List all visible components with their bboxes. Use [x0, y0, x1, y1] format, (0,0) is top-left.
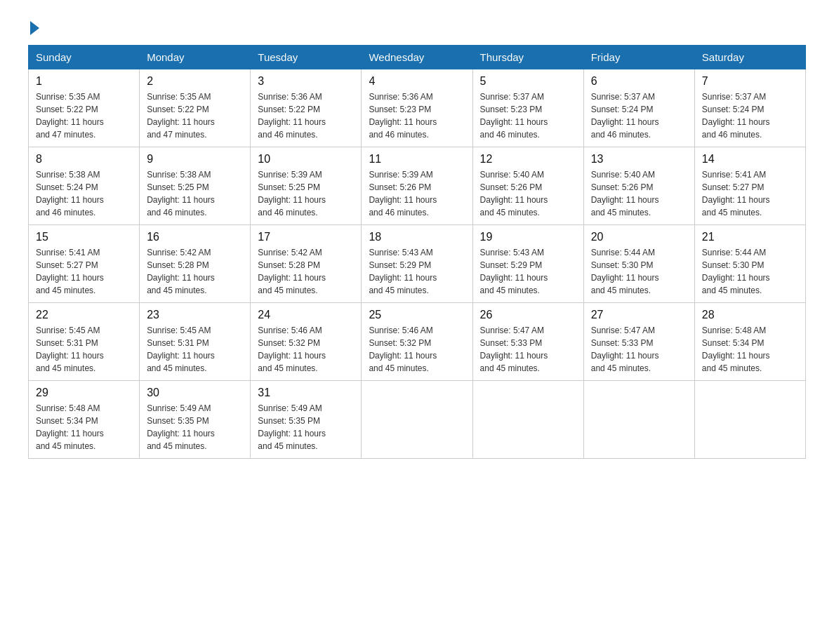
- day-info: Sunrise: 5:42 AM Sunset: 5:28 PM Dayligh…: [147, 246, 243, 297]
- day-number: 24: [258, 309, 354, 321]
- day-number: 7: [702, 75, 798, 88]
- day-info: Sunrise: 5:37 AM Sunset: 5:24 PM Dayligh…: [591, 90, 687, 141]
- day-number: 30: [147, 387, 243, 399]
- day-number: 22: [36, 309, 132, 321]
- calendar-week-row: 29Sunrise: 5:48 AM Sunset: 5:34 PM Dayli…: [29, 381, 806, 459]
- day-number: 19: [480, 231, 576, 243]
- calendar-day-cell: 24Sunrise: 5:46 AM Sunset: 5:32 PM Dayli…: [251, 303, 362, 381]
- calendar-day-cell: 31Sunrise: 5:49 AM Sunset: 5:35 PM Dayli…: [251, 381, 362, 459]
- calendar-empty-cell: [583, 381, 694, 459]
- calendar-header-tuesday: Tuesday: [251, 46, 362, 69]
- calendar-week-row: 8Sunrise: 5:38 AM Sunset: 5:24 PM Daylig…: [29, 147, 806, 225]
- day-number: 6: [591, 75, 687, 88]
- calendar-day-cell: 14Sunrise: 5:41 AM Sunset: 5:27 PM Dayli…: [694, 147, 805, 225]
- calendar-day-cell: 9Sunrise: 5:38 AM Sunset: 5:25 PM Daylig…: [140, 147, 251, 225]
- calendar-header-monday: Monday: [140, 46, 251, 69]
- day-number: 23: [147, 309, 243, 321]
- day-number: 5: [480, 75, 576, 88]
- day-number: 15: [36, 231, 132, 243]
- calendar-day-cell: 8Sunrise: 5:38 AM Sunset: 5:24 PM Daylig…: [29, 147, 140, 225]
- calendar-day-cell: 10Sunrise: 5:39 AM Sunset: 5:25 PM Dayli…: [251, 147, 362, 225]
- calendar-day-cell: 30Sunrise: 5:49 AM Sunset: 5:35 PM Dayli…: [140, 381, 251, 459]
- day-info: Sunrise: 5:41 AM Sunset: 5:27 PM Dayligh…: [702, 168, 798, 219]
- day-number: 29: [36, 387, 132, 399]
- calendar-day-cell: 28Sunrise: 5:48 AM Sunset: 5:34 PM Dayli…: [694, 303, 805, 381]
- calendar-day-cell: 13Sunrise: 5:40 AM Sunset: 5:26 PM Dayli…: [583, 147, 694, 225]
- day-info: Sunrise: 5:42 AM Sunset: 5:28 PM Dayligh…: [258, 246, 354, 297]
- calendar-header-row: SundayMondayTuesdayWednesdayThursdayFrid…: [29, 46, 806, 69]
- calendar-day-cell: 19Sunrise: 5:43 AM Sunset: 5:29 PM Dayli…: [472, 225, 583, 303]
- day-number: 28: [702, 309, 798, 321]
- calendar-day-cell: 1Sunrise: 5:35 AM Sunset: 5:22 PM Daylig…: [29, 69, 140, 147]
- day-info: Sunrise: 5:37 AM Sunset: 5:23 PM Dayligh…: [480, 90, 576, 141]
- day-number: 10: [258, 153, 354, 166]
- calendar-empty-cell: [362, 381, 472, 459]
- calendar-table: SundayMondayTuesdayWednesdayThursdayFrid…: [28, 45, 806, 459]
- day-info: Sunrise: 5:35 AM Sunset: 5:22 PM Dayligh…: [147, 90, 243, 141]
- logo-top: [28, 21, 39, 35]
- day-info: Sunrise: 5:39 AM Sunset: 5:25 PM Dayligh…: [258, 168, 354, 219]
- logo: [28, 21, 39, 31]
- calendar-day-cell: 27Sunrise: 5:47 AM Sunset: 5:33 PM Dayli…: [583, 303, 694, 381]
- day-info: Sunrise: 5:41 AM Sunset: 5:27 PM Dayligh…: [36, 246, 132, 297]
- calendar-day-cell: 6Sunrise: 5:37 AM Sunset: 5:24 PM Daylig…: [583, 69, 694, 147]
- day-info: Sunrise: 5:38 AM Sunset: 5:24 PM Dayligh…: [36, 168, 132, 219]
- day-info: Sunrise: 5:49 AM Sunset: 5:35 PM Dayligh…: [258, 402, 354, 452]
- day-number: 25: [369, 309, 465, 321]
- day-number: 27: [591, 309, 687, 321]
- calendar-day-cell: 21Sunrise: 5:44 AM Sunset: 5:30 PM Dayli…: [694, 225, 805, 303]
- day-number: 26: [480, 309, 576, 321]
- day-number: 17: [258, 231, 354, 243]
- day-info: Sunrise: 5:40 AM Sunset: 5:26 PM Dayligh…: [480, 168, 576, 219]
- day-number: 16: [147, 231, 243, 243]
- calendar-header-wednesday: Wednesday: [362, 46, 472, 69]
- day-number: 3: [258, 75, 354, 88]
- day-info: Sunrise: 5:46 AM Sunset: 5:32 PM Dayligh…: [258, 324, 354, 375]
- day-number: 11: [369, 153, 465, 166]
- calendar-day-cell: 20Sunrise: 5:44 AM Sunset: 5:30 PM Dayli…: [583, 225, 694, 303]
- day-number: 31: [258, 387, 354, 399]
- day-info: Sunrise: 5:40 AM Sunset: 5:26 PM Dayligh…: [591, 168, 687, 219]
- calendar-day-cell: 12Sunrise: 5:40 AM Sunset: 5:26 PM Dayli…: [472, 147, 583, 225]
- calendar-day-cell: 22Sunrise: 5:45 AM Sunset: 5:31 PM Dayli…: [29, 303, 140, 381]
- day-number: 13: [591, 153, 687, 166]
- logo-triangle-icon: [30, 21, 39, 35]
- day-info: Sunrise: 5:48 AM Sunset: 5:34 PM Dayligh…: [702, 324, 798, 375]
- page-header: [28, 21, 806, 31]
- day-info: Sunrise: 5:46 AM Sunset: 5:32 PM Dayligh…: [369, 324, 465, 375]
- calendar-day-cell: 17Sunrise: 5:42 AM Sunset: 5:28 PM Dayli…: [251, 225, 362, 303]
- day-info: Sunrise: 5:43 AM Sunset: 5:29 PM Dayligh…: [369, 246, 465, 297]
- calendar-day-cell: 23Sunrise: 5:45 AM Sunset: 5:31 PM Dayli…: [140, 303, 251, 381]
- calendar-week-row: 1Sunrise: 5:35 AM Sunset: 5:22 PM Daylig…: [29, 69, 806, 147]
- calendar-header-thursday: Thursday: [472, 46, 583, 69]
- day-number: 8: [36, 153, 132, 166]
- day-number: 4: [369, 75, 465, 88]
- day-info: Sunrise: 5:37 AM Sunset: 5:24 PM Dayligh…: [702, 90, 798, 141]
- calendar-week-row: 15Sunrise: 5:41 AM Sunset: 5:27 PM Dayli…: [29, 225, 806, 303]
- calendar-header-friday: Friday: [583, 46, 694, 69]
- day-number: 14: [702, 153, 798, 166]
- calendar-header-saturday: Saturday: [694, 46, 805, 69]
- day-info: Sunrise: 5:49 AM Sunset: 5:35 PM Dayligh…: [147, 402, 243, 452]
- calendar-day-cell: 29Sunrise: 5:48 AM Sunset: 5:34 PM Dayli…: [29, 381, 140, 459]
- day-info: Sunrise: 5:47 AM Sunset: 5:33 PM Dayligh…: [480, 324, 576, 375]
- calendar-day-cell: 25Sunrise: 5:46 AM Sunset: 5:32 PM Dayli…: [362, 303, 472, 381]
- day-info: Sunrise: 5:48 AM Sunset: 5:34 PM Dayligh…: [36, 402, 132, 452]
- day-info: Sunrise: 5:44 AM Sunset: 5:30 PM Dayligh…: [591, 246, 687, 297]
- calendar-header-sunday: Sunday: [29, 46, 140, 69]
- calendar-day-cell: 7Sunrise: 5:37 AM Sunset: 5:24 PM Daylig…: [694, 69, 805, 147]
- day-info: Sunrise: 5:38 AM Sunset: 5:25 PM Dayligh…: [147, 168, 243, 219]
- day-number: 18: [369, 231, 465, 243]
- day-info: Sunrise: 5:47 AM Sunset: 5:33 PM Dayligh…: [591, 324, 687, 375]
- day-number: 12: [480, 153, 576, 166]
- day-number: 21: [702, 231, 798, 243]
- day-info: Sunrise: 5:45 AM Sunset: 5:31 PM Dayligh…: [36, 324, 132, 375]
- calendar-day-cell: 16Sunrise: 5:42 AM Sunset: 5:28 PM Dayli…: [140, 225, 251, 303]
- day-info: Sunrise: 5:35 AM Sunset: 5:22 PM Dayligh…: [36, 90, 132, 141]
- day-number: 1: [36, 75, 132, 88]
- day-info: Sunrise: 5:36 AM Sunset: 5:23 PM Dayligh…: [369, 90, 465, 141]
- calendar-day-cell: 3Sunrise: 5:36 AM Sunset: 5:22 PM Daylig…: [251, 69, 362, 147]
- calendar-day-cell: 2Sunrise: 5:35 AM Sunset: 5:22 PM Daylig…: [140, 69, 251, 147]
- calendar-day-cell: 11Sunrise: 5:39 AM Sunset: 5:26 PM Dayli…: [362, 147, 472, 225]
- calendar-day-cell: 5Sunrise: 5:37 AM Sunset: 5:23 PM Daylig…: [472, 69, 583, 147]
